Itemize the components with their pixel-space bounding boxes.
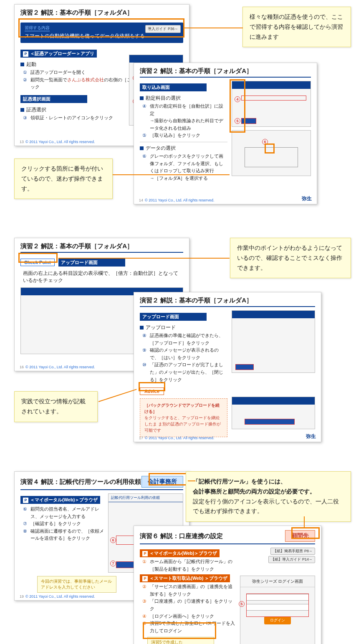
login-button[interactable]: ログイン (264, 616, 291, 624)
page-num: 14 (139, 198, 143, 202)
callout-left-2: 実践で役立つ情報が記載されています。 (14, 391, 98, 422)
leader-right-1 (184, 28, 243, 28)
leader-left-1 (113, 174, 230, 175)
item-data: データの選択 (140, 145, 227, 152)
slide-title: 演習２ 解説：基本の手順［フォルダA］ (140, 67, 311, 78)
section-heading-portal2: P＜マイポータル(Web)＞ブラウザ (140, 549, 220, 557)
callout-right-2: 作業中のポイントがわかるようになっているので、確認することでミスなく操作できます… (230, 238, 351, 278)
step-b2: 「サービスの連携画面」の［連携先を追加する］をクリック (150, 583, 236, 598)
slide-title: 演習２ 解説：基本の手順［フォルダA］ (20, 9, 183, 19)
step-6: グレーのボックスをクリックして画像フォルダ、ファイルを選択、もしくはドロップして… (150, 153, 227, 182)
step-4: 借方の勘定科目を［自動仕訳］に設定→撮影から自動推論された科目でデータ化される仕… (150, 103, 227, 132)
section-heading-upload: アップロード画面 (58, 259, 125, 267)
note-email: 今回の演習では、事前準備したメールアドレスを入力してください (37, 576, 116, 593)
screenshot-advice (232, 397, 315, 429)
slide-2b: 演習２ 解説：基本の手順［フォルダA］ アップロード画面 アップロード ⑧証憑画… (134, 292, 321, 442)
section-heading-smart: P＜スマート取引取込(Web) ＞ブラウザ (140, 574, 230, 582)
login-title: 弥生シリーズ ログイン画面 (240, 576, 315, 587)
step-5: ［取り込み］をクリック (150, 132, 227, 139)
step-b4: ［ログイン画面へ］をクリック (150, 613, 236, 620)
section-heading-portal: P＜マイポータル(Web)＞ブラウザ (20, 496, 100, 504)
highlight-checkpoint (18, 253, 58, 263)
p-icon: P (23, 51, 28, 57)
section-heading-select: 証憑選択画面 (20, 95, 87, 103)
leader-left-2 (98, 389, 137, 402)
item-upload: アップロード (140, 324, 227, 331)
callout-right-3: 「記帳代行用ツール」を使うには、 会計事務所と顧問先の両方の設定が必要です。 設… (186, 471, 351, 522)
step-num-1: ① (23, 69, 30, 76)
page-num: 13 (20, 140, 24, 144)
slide-title: 演習２ 解説：基本の手順［フォルダA］ (20, 242, 183, 253)
screenshot-upload-grid (232, 310, 315, 373)
highlight-numbers (230, 79, 245, 133)
highlight-banner (18, 18, 184, 38)
step-7b: ［確認する］をクリック (30, 520, 104, 528)
section-heading-uploader: P＜証憑アップローダー＞アプリ (20, 50, 97, 58)
highlight-note-login (143, 622, 216, 639)
slide-title: 演習６ 解説：口座連携の設定 顧問先 (140, 530, 315, 544)
marker-5b: 5 (239, 601, 245, 607)
advice-body: ［バックグラウンドでアップロードを続ける］をクリックすると、アップロードを継続し… (140, 398, 227, 437)
copyright: © 2011 Yayoi Co., Ltd. All rights reserv… (25, 140, 95, 144)
step-b1: ホーム画面から「記帳代行用ツール」の［製品を起動する］をクリック (150, 558, 236, 573)
callout-right-1: 様々な種類の証憑を使うので、ここで習得する内容を確認してから演習に進みます (242, 7, 351, 47)
marker-6b: 6 (110, 537, 116, 543)
portal-title: 記帳代行用ツール利用の依頼 (109, 494, 183, 502)
step-8: 証憑画像の準備と確認ができたら、［アップロード］をクリック (150, 332, 227, 347)
screenshot-login: 弥生シリーズ ログイン画面 5 ログイン (240, 576, 315, 644)
slide-title: 演習２ 解説：基本の手順［フォルダA］ (140, 297, 315, 307)
page-num: 17 (139, 436, 143, 440)
leader-right-2 (58, 258, 230, 259)
highlight-role-client (291, 527, 320, 539)
item-kamoku: 勘定科目の選択 (140, 95, 227, 102)
page-num: 19 (20, 594, 24, 599)
section-heading-import: 取り込み画面 (140, 83, 207, 91)
highlight-number-6 (265, 143, 275, 153)
section-1: 演習２ 解説：基本の手順［フォルダA］ 導入ガイド P36～ 習得する内容 スマ… (4, 4, 357, 213)
step-num-3: ③ (23, 114, 30, 122)
section-3: 演習４ 解説：記帳代行用ツールの利用依頼 会計事務所 P＜マイポータル(Web)… (4, 471, 357, 644)
ref-btn-2[interactable]: 【紙】導入ガイド P14～ (268, 556, 315, 563)
leader-right-3b (304, 516, 305, 527)
slide-1b: 演習２ 解説：基本の手順［フォルダA］ 取り込み画面 勘定科目の選択 ④借方の勘… (134, 63, 317, 204)
step-6b: 顧問先の担当者名、メールアドレス、メッセージを入力する (30, 506, 104, 520)
step-9: 確認のメッセージが表示されるので、［はい］をクリック (150, 347, 227, 361)
callout-left-1: クリックする箇所に番号が付いているので、迷わず操作できます。 (14, 158, 113, 199)
leader-right-3a (188, 480, 195, 481)
marker-7b: 7 (110, 561, 116, 566)
step-b3: 「口座連携」の［◎連携する］をクリック (150, 598, 236, 612)
highlight-advice (139, 382, 165, 391)
step-8b: 確認画面に遷移するので、［依頼メールを送信する］をクリック (30, 528, 104, 542)
step-num-2: ② (23, 76, 30, 91)
section-2: 演習２ 解説：基本の手順［フォルダA］ Check Point アップロード画面… (4, 238, 357, 446)
page-num: 16 (20, 365, 24, 369)
check-body: 画面の右上にある科目設定の表示欄で、［借方：自動仕訳］となっているかをチェック (20, 268, 183, 287)
ref-btn-1[interactable]: 【紙】簡易手順書 P8～ (270, 548, 315, 555)
section-heading-upload2: アップロード画面 (140, 313, 207, 321)
step-10: 「証憑のアップロードが完了しました」のメッセージが出たら、［閉じる］をクリック (150, 361, 227, 383)
highlight-role-office (149, 473, 188, 486)
